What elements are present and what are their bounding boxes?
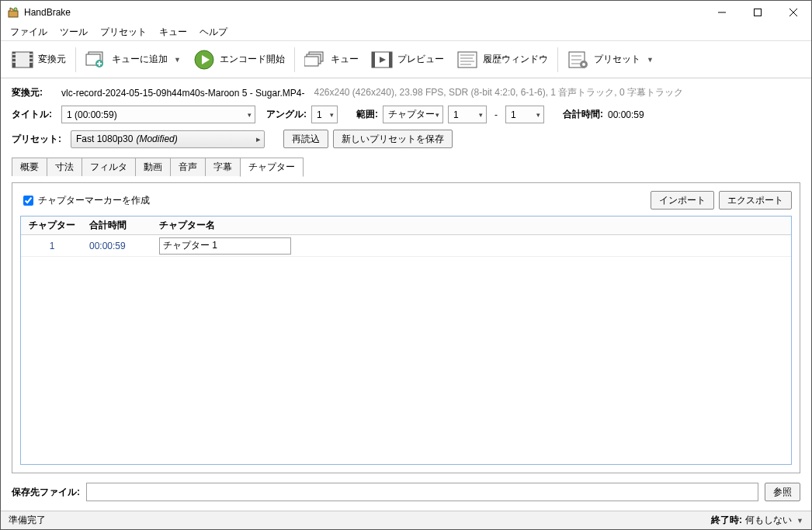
- chevron-down-icon[interactable]: ▼: [796, 517, 803, 525]
- svg-rect-24: [304, 57, 318, 66]
- browse-button[interactable]: 参照: [765, 483, 800, 501]
- play-icon: [193, 49, 215, 71]
- source-info: 426x240 (426x240), 23.98 FPS, SDR (8-bit…: [314, 86, 683, 99]
- angle-value: 1: [317, 109, 322, 120]
- create-chapter-markers-label: チャプターマーカーを作成: [38, 194, 150, 207]
- reload-preset-button[interactable]: 再読込: [283, 130, 328, 148]
- menubar: ファイル ツール プリセット キュー ヘルプ: [1, 24, 811, 41]
- preview-label: プレビュー: [397, 53, 444, 66]
- title-row: タイトル: 1 (00:00:59)▾ アングル: 1▾ 範囲: チャプター▾ …: [12, 106, 800, 123]
- svg-rect-11: [12, 61, 16, 63]
- table-header: チャプター 合計時間 チャプター名: [21, 217, 791, 235]
- maximize-button[interactable]: [740, 1, 776, 24]
- tab-audio[interactable]: 音声: [170, 158, 206, 176]
- menu-help[interactable]: ヘルプ: [193, 24, 234, 40]
- total-time-value: 00:00:59: [608, 109, 644, 120]
- menu-presets[interactable]: プリセット: [94, 24, 153, 40]
- tabs: 概要 寸法 フィルタ 動画 音声 字幕 チャプター: [12, 158, 800, 176]
- when-done-value: 何もしない: [745, 514, 792, 527]
- app-window: HandBrake ファイル ツール プリセット キュー ヘルプ 変換元 キュー…: [0, 0, 812, 530]
- source-filename: vlc-record-2024-05-15-09h44m40s-Maroon 5…: [61, 88, 304, 99]
- start-encode-button[interactable]: エンコード開始: [187, 46, 291, 74]
- range-from-select[interactable]: 1▾: [448, 106, 487, 123]
- svg-rect-12: [29, 54, 33, 55]
- preview-icon: [371, 49, 393, 71]
- import-button[interactable]: インポート: [651, 191, 714, 210]
- svg-point-1: [14, 8, 17, 11]
- chapters-panel: チャプターマーカーを作成 インポート エクスポート チャプター 合計時間 チャプ…: [12, 182, 800, 473]
- activity-button[interactable]: 履歴ウィンドウ: [450, 46, 554, 74]
- close-button[interactable]: [776, 1, 811, 24]
- menu-tools[interactable]: ツール: [54, 24, 94, 40]
- tab-dimensions[interactable]: 寸法: [47, 158, 82, 176]
- chevron-down-icon[interactable]: ▼: [174, 56, 181, 64]
- range-type-value: チャプター: [388, 108, 435, 121]
- content-area: 変換元: vlc-record-2024-05-15-09h44m40s-Mar…: [1, 78, 811, 473]
- table-row[interactable]: 1 00:00:59: [21, 235, 791, 257]
- svg-rect-13: [29, 57, 33, 59]
- separator: [75, 47, 76, 72]
- presets-button[interactable]: プリセット ▼: [561, 46, 660, 74]
- titlebar: HandBrake: [1, 1, 811, 24]
- minimize-button[interactable]: [704, 1, 740, 24]
- separator: [294, 47, 295, 72]
- cell-chapter-name: [153, 237, 791, 255]
- title-select[interactable]: 1 (00:00:59)▾: [61, 106, 255, 123]
- svg-rect-14: [29, 61, 33, 63]
- th-chapter: チャプター: [21, 219, 83, 232]
- angle-select[interactable]: 1▾: [311, 106, 338, 123]
- tab-filters[interactable]: フィルタ: [82, 158, 136, 176]
- preset-value: Fast 1080p30: [76, 133, 133, 144]
- presets-icon: [567, 49, 589, 71]
- add-queue-button[interactable]: キューに追加 ▼: [79, 46, 187, 74]
- preset-label: プリセット:: [12, 133, 66, 146]
- preview-button[interactable]: プレビュー: [365, 46, 450, 74]
- save-new-preset-button[interactable]: 新しいプリセットを保存: [333, 130, 453, 148]
- svg-rect-3: [755, 9, 762, 16]
- tab-summary[interactable]: 概要: [12, 158, 47, 176]
- destination-input[interactable]: [86, 483, 758, 501]
- when-done-label: 終了時:: [711, 514, 742, 527]
- chapter-checkbox-row: チャプターマーカーを作成 インポート エクスポート: [20, 191, 792, 210]
- tab-subtitles[interactable]: 字幕: [205, 158, 241, 176]
- range-label: 範囲:: [356, 108, 378, 121]
- total-time-label: 合計時間:: [563, 108, 603, 121]
- preset-modified: (Modified): [136, 133, 177, 144]
- cell-chapter-num: 1: [21, 241, 83, 251]
- chevron-down-icon[interactable]: ▼: [647, 56, 654, 64]
- menu-file[interactable]: ファイル: [4, 24, 54, 40]
- tab-chapters[interactable]: チャプター: [240, 158, 304, 177]
- tab-video[interactable]: 動画: [135, 158, 171, 176]
- queue-button[interactable]: キュー: [298, 46, 365, 74]
- queue-icon: [304, 49, 326, 71]
- th-name: チャプター名: [153, 219, 791, 232]
- range-to-value: 1: [511, 109, 516, 120]
- preset-select[interactable]: Fast 1080p30 (Modified) ▸: [71, 130, 265, 148]
- destination-row: 保存先ファイル: 参照: [1, 473, 811, 511]
- chapters-table: チャプター 合計時間 チャプター名 1 00:00:59: [20, 216, 792, 465]
- range-from-value: 1: [453, 109, 459, 120]
- source-button[interactable]: 変換元: [5, 46, 72, 74]
- title-value: 1 (00:00:59): [67, 109, 117, 120]
- range-to-select[interactable]: 1▾: [505, 106, 544, 123]
- queue-label: キュー: [331, 53, 359, 66]
- cell-chapter-dur: 00:00:59: [83, 241, 153, 251]
- svg-rect-9: [12, 54, 16, 55]
- create-chapter-markers-checkbox[interactable]: [23, 196, 33, 206]
- source-label: 変換元:: [12, 86, 57, 99]
- menu-queue[interactable]: キュー: [153, 24, 193, 40]
- destination-label: 保存先ファイル:: [12, 486, 80, 499]
- svg-rect-29: [458, 52, 477, 68]
- source-label: 変換元: [38, 53, 66, 66]
- toolbar: 変換元 キューに追加 ▼ エンコード開始 キュー プレビュー 履歴ウィンドウ プ…: [1, 41, 811, 78]
- export-button[interactable]: エクスポート: [719, 191, 792, 210]
- range-type-select[interactable]: チャプター▾: [383, 106, 443, 123]
- preset-row: プリセット: Fast 1080p30 (Modified) ▸ 再読込 新しい…: [12, 130, 800, 148]
- status-text: 準備完了: [9, 514, 46, 527]
- svg-rect-0: [9, 11, 18, 17]
- chapter-name-input[interactable]: [159, 237, 291, 255]
- source-row: 変換元: vlc-record-2024-05-15-09h44m40s-Mar…: [12, 86, 800, 99]
- add-queue-label: キューに追加: [112, 53, 168, 66]
- svg-rect-10: [12, 57, 16, 59]
- activity-icon: [456, 49, 478, 71]
